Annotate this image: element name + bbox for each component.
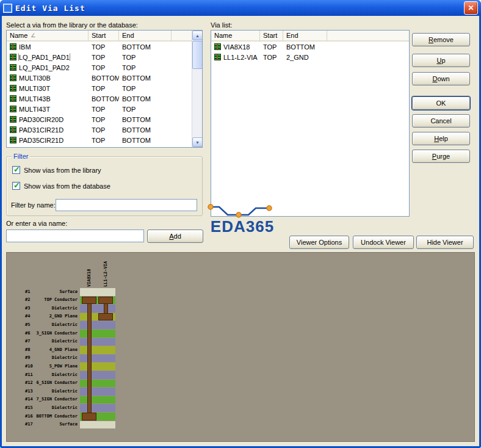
sort-icon: ∠ bbox=[31, 32, 35, 39]
via-row-IBM[interactable]: IBMTOPBOTTOM bbox=[7, 42, 202, 52]
column-header-filler bbox=[327, 31, 409, 41]
via-row-MULTI43B[interactable]: MULTI43BBOTTOMBOTTOM bbox=[7, 93, 202, 104]
via-column-label: LL1-L2-VIA bbox=[101, 258, 110, 287]
via-row-LQ_PAD1_PAD2[interactable]: LQ_PAD1_PAD2TOPTOP bbox=[7, 62, 202, 73]
via-name-cell: MULTI30B bbox=[7, 74, 89, 82]
via-start-cell: TOP bbox=[89, 106, 119, 113]
via-row-MULTI30T[interactable]: MULTI30TTOPTOP bbox=[7, 83, 202, 93]
via-end-cell: BOTTOM bbox=[119, 74, 172, 82]
via-icon bbox=[214, 43, 221, 50]
via-end-cell: TOP bbox=[119, 106, 172, 113]
via-start-cell: TOP bbox=[89, 43, 119, 51]
undock-viewer-button[interactable]: Undock Viewer bbox=[353, 236, 414, 249]
via-start-cell: TOP bbox=[89, 116, 119, 123]
via-name-text: PAD31CIR21D bbox=[19, 126, 63, 134]
via-icon bbox=[10, 43, 16, 50]
via-name-cell: VIA8X18 bbox=[211, 43, 260, 51]
show-database-label: Show vias from the database bbox=[24, 182, 110, 190]
via-row-LQ_PAD1_PAD1[interactable]: LQ_PAD1_PAD1TOPTOP bbox=[7, 52, 202, 62]
layer-label-#11: #11Dielectric bbox=[25, 370, 79, 378]
show-library-checkbox[interactable] bbox=[12, 166, 20, 174]
via-row-LL1-L2-VIA[interactable]: LL1-L2-VIATOP2_GND bbox=[211, 52, 409, 62]
purge-button[interactable]: Purge bbox=[412, 150, 470, 163]
hide-viewer-button[interactable]: Hide Viewer bbox=[416, 236, 474, 249]
library-via-list[interactable]: Name∠StartEnd IBMTOPBOTTOMLQ_PAD1_PAD1TO… bbox=[6, 30, 203, 148]
viewer-options-button[interactable]: Viewer Options bbox=[289, 236, 349, 249]
up-button[interactable]: Up bbox=[412, 54, 470, 67]
add-button[interactable]: Add bbox=[147, 229, 203, 243]
via-list-header: NameStartEnd bbox=[211, 31, 409, 42]
via-name-text: MULTI30B bbox=[19, 74, 51, 82]
show-database-checkbox-row[interactable]: Show vias from the database bbox=[12, 182, 110, 190]
cancel-button[interactable]: Cancel bbox=[412, 114, 470, 128]
via-row-PAD35CIR21D[interactable]: PAD35CIR21DTOPBOTTOM bbox=[7, 135, 202, 145]
help-button[interactable]: Help bbox=[412, 132, 470, 145]
column-header-start[interactable]: Start bbox=[260, 31, 283, 41]
via-start-cell: TOP bbox=[89, 85, 119, 92]
layer-label-#10: #105_POW Plane bbox=[25, 362, 79, 370]
layer-bar-dielectric bbox=[80, 355, 115, 363]
via-end-cell: TOP bbox=[119, 85, 172, 92]
via-name-cell: PAD35CIR21D bbox=[7, 137, 89, 144]
titlebar[interactable]: Edit Via List ✕ bbox=[0, 0, 481, 16]
via-end-cell: BOTTOM bbox=[119, 95, 172, 103]
via-row-VIA8X18[interactable]: VIA8X18TOPBOTTOM bbox=[211, 42, 409, 52]
layer-bar-dielectric bbox=[80, 404, 115, 412]
close-icon[interactable]: ✕ bbox=[464, 1, 478, 15]
layer-bar-dielectric bbox=[80, 305, 115, 313]
ok-button[interactable]: OK bbox=[412, 96, 470, 110]
scrollbar-down-icon[interactable]: ▼ bbox=[192, 137, 203, 147]
via-name-text: LQ_PAD1_PAD2 bbox=[19, 64, 70, 71]
via-row-MULTI30B[interactable]: MULTI30BBOTTOMBOTTOM bbox=[7, 73, 202, 83]
layer-bar-conductor bbox=[80, 396, 115, 404]
layer-bar-dielectric bbox=[80, 321, 115, 329]
layer-label-#6: #63_SIGN Conductor bbox=[25, 329, 79, 337]
via-row-MULTI43T[interactable]: MULTI43TTOPTOP bbox=[7, 104, 202, 114]
via-name-text: IBM bbox=[19, 43, 31, 51]
column-header-name[interactable]: Name bbox=[211, 31, 260, 41]
layer-label-#7: #7Dielectric bbox=[25, 338, 79, 345]
via-barrel bbox=[87, 297, 92, 421]
filter-by-name-label: Filter by name: bbox=[11, 201, 56, 209]
via-column-label: VIA8X18 bbox=[85, 258, 93, 287]
via-icon bbox=[10, 137, 16, 143]
dialog-content: Select a via from the library or the dat… bbox=[2, 16, 479, 446]
column-header-name[interactable]: Name∠ bbox=[7, 31, 89, 41]
via-name-cell: PAD31CIR21D bbox=[7, 126, 89, 134]
library-scrollbar[interactable]: ▲ ▼ bbox=[192, 31, 202, 147]
layer-label-#5: #5Dielectric bbox=[25, 320, 79, 328]
filter-group-title: Filter bbox=[12, 153, 30, 160]
show-database-checkbox[interactable] bbox=[12, 182, 20, 190]
column-header-end[interactable]: End bbox=[119, 31, 172, 41]
layer-label-#16: #16BOTTOM Conductor bbox=[25, 412, 79, 420]
via-name-input[interactable] bbox=[6, 229, 144, 242]
via-end-cell: BOTTOM bbox=[283, 43, 327, 51]
via-row-PAD31CIR21D[interactable]: PAD31CIR21DTOPBOTTOM bbox=[7, 125, 202, 135]
layer-label-#1: #1Surface bbox=[25, 287, 79, 295]
show-library-checkbox-row[interactable]: Show vias from the library bbox=[12, 166, 101, 174]
via-row-PAD30CIR20D[interactable]: PAD30CIR20DTOPBOTTOM bbox=[7, 114, 202, 125]
scrollbar-thumb[interactable] bbox=[192, 41, 203, 69]
via-icon bbox=[10, 106, 16, 112]
via-icon bbox=[10, 95, 16, 102]
scrollbar-up-icon[interactable]: ▲ bbox=[192, 31, 203, 40]
via-name-cell: PAD30CIR20D bbox=[7, 116, 89, 123]
layer-bar-plane bbox=[80, 346, 115, 354]
via-pad bbox=[82, 297, 96, 305]
via-list-body: VIA8X18TOPBOTTOMLL1-L2-VIATOP2_GND bbox=[211, 42, 409, 62]
via-end-cell: BOTTOM bbox=[119, 126, 172, 134]
via-start-cell: TOP bbox=[89, 54, 119, 61]
remove-button[interactable]: Remove bbox=[412, 33, 470, 46]
via-start-cell: TOP bbox=[260, 43, 283, 51]
via-end-cell: BOTTOM bbox=[119, 116, 172, 123]
layer-bar-plane bbox=[80, 363, 115, 370]
filter-by-name-input[interactable] bbox=[56, 199, 197, 211]
column-header-start[interactable]: Start bbox=[89, 31, 119, 41]
down-button[interactable]: Down bbox=[412, 72, 470, 85]
via-end-cell: BOTTOM bbox=[119, 137, 172, 144]
via-name-cell: IBM bbox=[7, 43, 89, 51]
selected-via-list[interactable]: NameStartEnd VIA8X18TOPBOTTOMLL1-L2-VIAT… bbox=[211, 30, 410, 217]
via-end-cell: TOP bbox=[119, 54, 172, 61]
layer-bar-conductor bbox=[80, 330, 115, 338]
column-header-end[interactable]: End bbox=[283, 31, 327, 41]
